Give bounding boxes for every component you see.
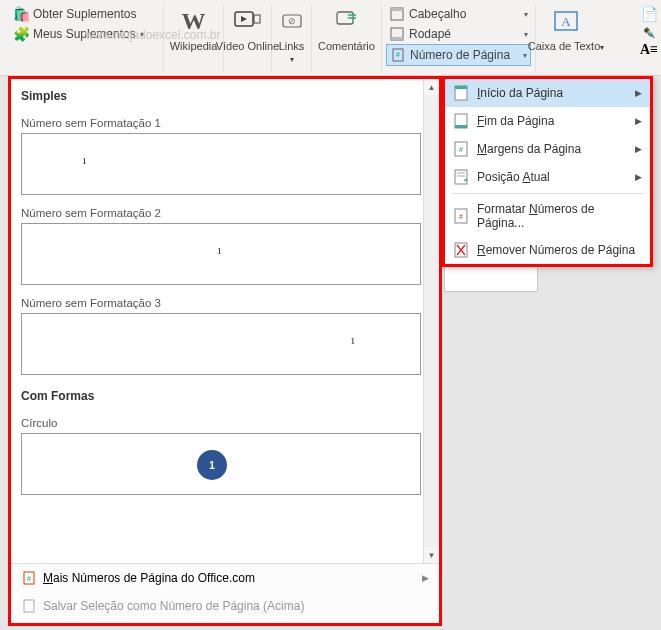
label: Wikipedia [170,38,218,52]
svg-rect-18 [24,600,34,612]
links-button[interactable]: ⊘ Links▾ [272,4,312,72]
svg-rect-9 [391,8,403,11]
group-cabecalho-rodape: Cabeçalho ▾ Rodapé ▾ # Número de Página … [382,4,536,72]
header-icon [389,6,405,22]
rodape-button[interactable]: Rodapé ▾ [386,24,531,44]
chevron-down-icon: ▾ [523,51,527,60]
label: Margens da Página [477,142,581,156]
label: Links▾ [279,38,305,65]
chevron-right-icon: ▶ [635,116,642,126]
menu-separator [451,193,644,194]
label: Posição Atual [477,170,550,184]
caixa-texto-button[interactable]: A Caixa de Texto▾ [536,4,596,72]
svg-text:A: A [561,14,571,29]
chevron-right-icon: ▶ [635,144,642,154]
dropcap-icon[interactable]: A≡ [641,42,657,58]
page-number-icon: # [390,47,406,63]
gallery-item-label: Número sem Formatação 2 [21,199,421,223]
menu-formatar-numeros[interactable]: # Formatar Números de Página... [445,196,650,236]
save-selection-icon [21,598,37,614]
page-number-sample: 1 [351,336,356,346]
menu-remover-numeros[interactable]: Remover Números de Página [445,236,650,264]
label: Início da Página [477,86,563,100]
gallery-item-label: Círculo [21,409,421,433]
page-number-gallery: Simples Número sem Formatação 1 1 Número… [8,76,442,626]
remove-numbers-icon [453,242,469,258]
label: Meus Suplementos [33,27,136,41]
obter-suplementos-button[interactable]: 🛍️ Obter Suplementos [10,4,159,24]
gallery-item-preview-1[interactable]: 1 [21,133,421,195]
label: Cabeçalho [409,7,466,21]
format-numbers-icon: # [453,208,469,224]
svg-rect-22 [455,125,467,128]
label: Vídeo Online [216,38,280,52]
meus-suplementos-button[interactable]: 🧩 Meus Suplementos ▾ [10,24,159,44]
puzzle-icon: 🧩 [13,26,29,42]
chevron-right-icon: ▶ [422,573,429,583]
menu-inicio-pagina[interactable]: Início da Página ▶ [445,79,650,107]
svg-text:#: # [27,575,31,582]
gallery-item-preview-circulo[interactable]: 1 [21,433,421,495]
label: Salvar Seleção como Número de Página (Ac… [43,599,304,613]
chevron-right-icon: ▶ [635,88,642,98]
section-com-formas: Com Formas [21,385,421,409]
ribbon: 🛍️ Obter Suplementos 🧩 Meus Suplementos … [0,0,661,76]
menu-margens-pagina[interactable]: # Margens da Página ▶ [445,135,650,163]
label: Fim da Página [477,114,554,128]
chevron-down-icon: ▾ [524,10,528,19]
numero-pagina-menu: Início da Página ▶ Fim da Página ▶ # Mar… [442,76,653,267]
comment-icon [331,4,363,38]
gallery-item-preview-3[interactable]: 1 [21,313,421,375]
quick-parts-icon[interactable]: 📄 [641,6,657,22]
svg-text:⊘: ⊘ [288,16,296,26]
page-number-sample: 1 [217,246,222,256]
scroll-down-icon[interactable]: ▼ [424,547,439,563]
menu-fim-pagina[interactable]: Fim da Página ▶ [445,107,650,135]
page-top-icon [453,85,469,101]
svg-rect-11 [391,37,403,40]
page-number-circle: 1 [197,450,227,480]
scroll-up-icon[interactable]: ▲ [424,79,439,95]
office-icon: # [21,570,37,586]
numero-pagina-button[interactable]: # Número de Página ▾ [386,44,531,66]
chevron-right-icon: ▶ [635,172,642,182]
gallery-footer: # Mais Números de Página do Office.com ▶… [11,563,439,620]
label: Comentário [318,38,375,52]
salvar-selecao-button: Salvar Seleção como Número de Página (Ac… [11,592,439,620]
cabecalho-button[interactable]: Cabeçalho ▾ [386,4,531,24]
label: Número de Página [410,48,510,62]
page-number-sample: 1 [82,156,87,166]
footer-icon [389,26,405,42]
group-suplementos: 🛍️ Obter Suplementos 🧩 Meus Suplementos … [6,4,164,72]
label: Mais Números de Página do Office.com [43,571,255,585]
svg-rect-2 [254,15,260,23]
label: Rodapé [409,27,451,41]
gallery-scrollbar[interactable]: ▲ ▼ [423,79,439,563]
link-icon: ⊘ [276,4,308,38]
page-bottom-icon [453,113,469,129]
svg-rect-20 [455,86,467,89]
textbox-icon: A [550,4,582,38]
gallery-item-label: Número sem Formatação 3 [21,289,421,313]
video-icon [232,4,264,38]
store-icon: 🛍️ [13,6,29,22]
comentario-button[interactable]: Comentário [312,4,382,72]
page-margins-icon: # [453,141,469,157]
chevron-down-icon: ▾ [140,30,144,39]
svg-text:#: # [459,213,463,220]
current-position-icon: # [453,169,469,185]
svg-marker-1 [241,16,247,22]
label: Caixa de Texto▾ [528,38,605,53]
label: Remover Números de Página [477,243,635,257]
svg-text:#: # [396,51,400,58]
label: Formatar Números de Página... [477,202,642,230]
gallery-item-preview-2[interactable]: 1 [21,223,421,285]
gallery-item-label: Número sem Formatação 1 [21,109,421,133]
menu-posicao-atual[interactable]: # Posição Atual ▶ [445,163,650,191]
svg-text:#: # [459,146,463,153]
video-online-button[interactable]: Vídeo Online [224,4,272,72]
label: Obter Suplementos [33,7,136,21]
wikipedia-icon: W [178,4,210,38]
mais-numeros-office-button[interactable]: # Mais Números de Página do Office.com ▶ [11,564,439,592]
wordart-icon[interactable]: ✒️ [641,24,657,40]
